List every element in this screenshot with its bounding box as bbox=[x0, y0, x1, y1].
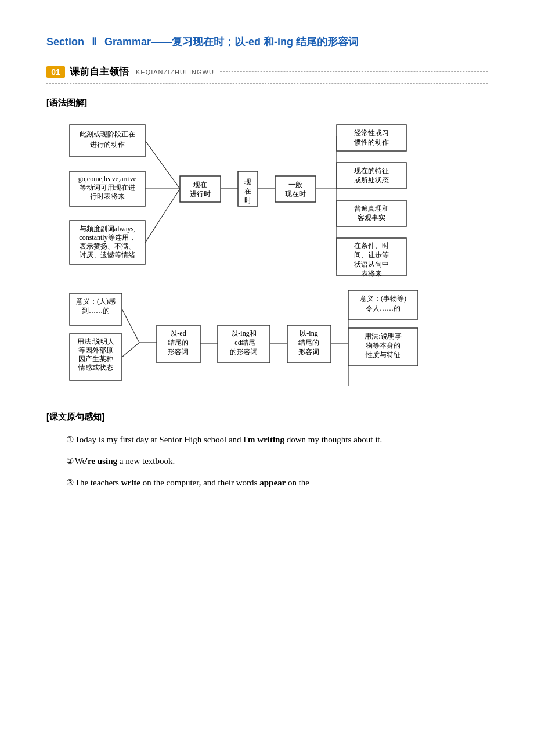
svg-text:客观事实: 客观事实 bbox=[358, 214, 385, 222]
svg-text:现: 现 bbox=[244, 178, 251, 186]
svg-text:时: 时 bbox=[244, 196, 251, 204]
svg-text:令人……的: 令人……的 bbox=[366, 304, 400, 312]
svg-text:性质与特征: 性质与特征 bbox=[365, 351, 400, 359]
svg-text:表示赞扬、不满、: 表示赞扬、不满、 bbox=[80, 242, 135, 250]
svg-line-55 bbox=[122, 343, 139, 357]
svg-text:一般: 一般 bbox=[288, 181, 302, 189]
sentence-3: ③The teachers write on the computer, and… bbox=[46, 475, 488, 491]
svg-text:-ed结尾: -ed结尾 bbox=[232, 339, 255, 347]
bold-appear: appear bbox=[259, 478, 286, 487]
svg-text:以-ed: 以-ed bbox=[170, 329, 186, 337]
svg-rect-24 bbox=[275, 176, 316, 202]
svg-text:结尾的: 结尾的 bbox=[298, 339, 319, 347]
svg-text:与频度副词always,: 与频度副词always, bbox=[80, 225, 135, 233]
svg-text:现在的特征: 现在的特征 bbox=[354, 167, 389, 175]
section-subtitle: KEQIANZIZHULINGWU bbox=[136, 69, 214, 75]
svg-text:此刻或现阶段正在: 此刻或现阶段正在 bbox=[80, 130, 135, 138]
svg-text:普遍真理和: 普遍真理和 bbox=[354, 204, 389, 213]
svg-text:经常性或习: 经常性或习 bbox=[354, 129, 389, 137]
svg-text:现在: 现在 bbox=[193, 181, 207, 189]
svg-text:讨厌、遗憾等情绪: 讨厌、遗憾等情绪 bbox=[80, 251, 135, 259]
bold-using: re using bbox=[88, 456, 117, 466]
svg-text:意义：(事物等): 意义：(事物等) bbox=[359, 294, 406, 303]
svg-text:在: 在 bbox=[244, 187, 251, 195]
svg-text:现在时: 现在时 bbox=[285, 190, 306, 198]
bold-write: write bbox=[121, 478, 140, 487]
svg-text:进行的动作: 进行的动作 bbox=[90, 141, 125, 149]
svg-text:以-ing: 以-ing bbox=[300, 329, 317, 337]
sentence-num-2: ② bbox=[66, 456, 74, 466]
svg-line-12 bbox=[145, 141, 180, 189]
svg-text:惯性的动作: 惯性的动作 bbox=[353, 138, 389, 146]
svg-text:等动词可用现在进: 等动词可用现在进 bbox=[80, 183, 135, 192]
sentence-1: ①Today is my first day at Senior High sc… bbox=[46, 432, 488, 448]
sentence-num-1: ① bbox=[66, 435, 74, 444]
svg-text:go,come,leave,arrive: go,come,leave,arrive bbox=[78, 175, 136, 183]
svg-text:间、让步等: 间、让步等 bbox=[354, 251, 389, 259]
svg-rect-15 bbox=[180, 176, 221, 202]
svg-text:意义：(人)感: 意义：(人)感 bbox=[75, 297, 116, 305]
title-roman: Ⅱ bbox=[92, 36, 97, 48]
svg-text:状语从句中: 状语从句中 bbox=[353, 260, 389, 268]
svg-text:形容词: 形容词 bbox=[168, 348, 189, 356]
svg-text:进行时: 进行时 bbox=[190, 190, 211, 198]
section-divider bbox=[220, 71, 488, 72]
svg-text:在条件、时: 在条件、时 bbox=[354, 242, 389, 250]
svg-text:用法:说明事: 用法:说明事 bbox=[365, 332, 401, 340]
section-header: 01 课前自主领悟 KEQIANZIZHULINGWU bbox=[46, 65, 488, 84]
svg-text:情感或状态: 情感或状态 bbox=[78, 363, 113, 372]
svg-text:用法:说明人: 用法:说明人 bbox=[77, 337, 114, 345]
svg-text:到……的: 到……的 bbox=[82, 307, 110, 315]
svg-text:因产生某种: 因产生某种 bbox=[78, 355, 113, 363]
svg-text:行时表将来: 行时表将来 bbox=[90, 192, 125, 200]
section-title: 课前自主领悟 bbox=[70, 65, 129, 78]
grammar-diagram: 此刻或现阶段正在 进行的动作 go,come,leave,arrive 等动词可… bbox=[64, 119, 470, 406]
svg-text:或所处状态: 或所处状态 bbox=[354, 176, 389, 184]
sentence-2: ②We're using a new textbook. bbox=[46, 453, 488, 469]
svg-text:物等本身的: 物等本身的 bbox=[366, 341, 400, 350]
grammar-label: [语法图解] bbox=[46, 98, 488, 109]
page-title: Section Ⅱ Grammar——复习现在时；以-ed 和-ing 结尾的形… bbox=[46, 35, 488, 49]
svg-text:表将来: 表将来 bbox=[361, 269, 382, 278]
bold-writing: m writing bbox=[248, 435, 284, 444]
sentence-section-label: [课文原句感知] bbox=[46, 412, 488, 423]
svg-text:形容词: 形容词 bbox=[298, 348, 319, 356]
svg-text:等因外部原: 等因外部原 bbox=[78, 346, 113, 354]
title-main: Grammar——复习现在时；以-ed 和-ing 结尾的形容词 bbox=[104, 36, 359, 48]
svg-text:constantly等连用，: constantly等连用， bbox=[79, 233, 135, 242]
sentence-num-3: ③ bbox=[66, 478, 74, 487]
svg-line-54 bbox=[122, 309, 139, 343]
title-section-word: Section bbox=[46, 36, 84, 48]
svg-text:以-ing和: 以-ing和 bbox=[231, 329, 256, 337]
section-num: 01 bbox=[46, 66, 65, 78]
svg-text:结尾的: 结尾的 bbox=[168, 339, 189, 347]
svg-line-14 bbox=[145, 189, 180, 243]
svg-text:的形容词: 的形容词 bbox=[230, 348, 258, 356]
